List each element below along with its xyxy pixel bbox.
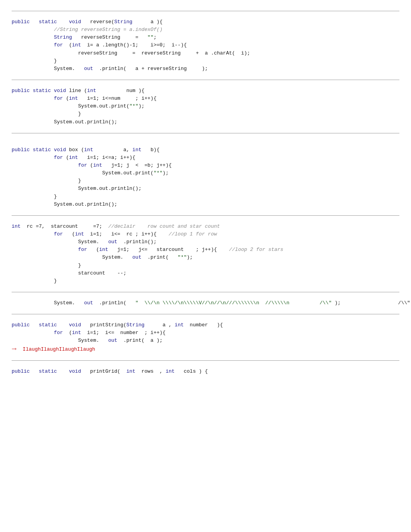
- divider-2: [12, 133, 399, 133]
- code-line: for (int j=1; j < =b; j++){: [12, 162, 399, 169]
- code-line: for (int i= a .length()-1; i>=0; i--){: [12, 41, 399, 49]
- code-line: System.out.println();: [12, 185, 399, 193]
- section-printstring: public static void printString(String a …: [12, 317, 399, 357]
- divider-1: [12, 80, 399, 80]
- code-line: System. out .println();: [12, 238, 399, 246]
- section-printgrid: public static void printGrid( int rows ,…: [12, 364, 399, 379]
- code-line: }: [12, 277, 399, 285]
- divider-4: [12, 292, 399, 292]
- section-line: public static void line (int num ){ for …: [12, 83, 399, 130]
- code-line: for (int i=1; i<=a; i++){: [12, 154, 399, 162]
- code-line: reverseString = reverseString + a .charA…: [12, 49, 399, 57]
- code-line: System.out.print("*");: [12, 169, 399, 177]
- code-line: //String reverseString = a.indexOf(): [12, 26, 399, 34]
- code-line: }: [12, 57, 399, 65]
- code-line: for (int i=1; i<=num ; i++){: [12, 95, 399, 102]
- section-box: public static void box (int a, int b){ f…: [12, 142, 399, 212]
- section-reverse: public static void reverse(String a ){ /…: [12, 14, 399, 77]
- code-line: }: [12, 262, 399, 269]
- divider-5: [12, 314, 399, 314]
- code-line: public static void printString(String a …: [12, 321, 399, 329]
- code-line: System.out.println();: [12, 201, 399, 208]
- laugh-output: 🡒 IlaughIlaughIlaughIlaugh: [12, 346, 399, 353]
- divider-6: [12, 360, 399, 361]
- code-line: starcount --;: [12, 269, 399, 277]
- code-line: }: [12, 193, 399, 201]
- code-line: for (int j=1; j<= starcount ; j++){ //lo…: [12, 246, 399, 254]
- code-line: String reverseString = "";: [12, 34, 399, 41]
- section-starcount: int rc =7, starcount =7; //declair row c…: [12, 219, 399, 289]
- code-editor: public static void reverse(String a ){ /…: [12, 11, 399, 379]
- code-line: int rc =7, starcount =7; //declair row c…: [12, 223, 399, 230]
- code-line: System.out.println();: [12, 118, 399, 126]
- code-line: System. out .print( a );: [12, 337, 399, 344]
- code-line: for (int i=1; i<= rc ; i++){ //loop 1 fo…: [12, 230, 399, 238]
- divider-3: [12, 215, 399, 216]
- code-line: System. out .println( " \\/\n \\\\/\n\\\…: [12, 299, 399, 307]
- code-line: System. out .println( a + reverseString …: [12, 65, 399, 73]
- code-line: }: [12, 110, 399, 118]
- code-line: }: [12, 177, 399, 185]
- code-line: public static void printGrid( int rows ,…: [12, 368, 399, 375]
- code-line: public static void reverse(String a ){: [12, 18, 399, 26]
- code-line: public static void line (int num ){: [12, 87, 399, 95]
- divider-top: [12, 11, 399, 11]
- section-println-escape: System. out .println( " \\/\n \\\\/\n\\\…: [12, 295, 399, 311]
- code-line: public static void box (int a, int b){: [12, 146, 399, 154]
- code-line: System.out.print("*");: [12, 102, 399, 110]
- code-line: System. out .print( "*");: [12, 254, 399, 261]
- code-line: for (int i=1; i<= number ; i++){: [12, 329, 399, 337]
